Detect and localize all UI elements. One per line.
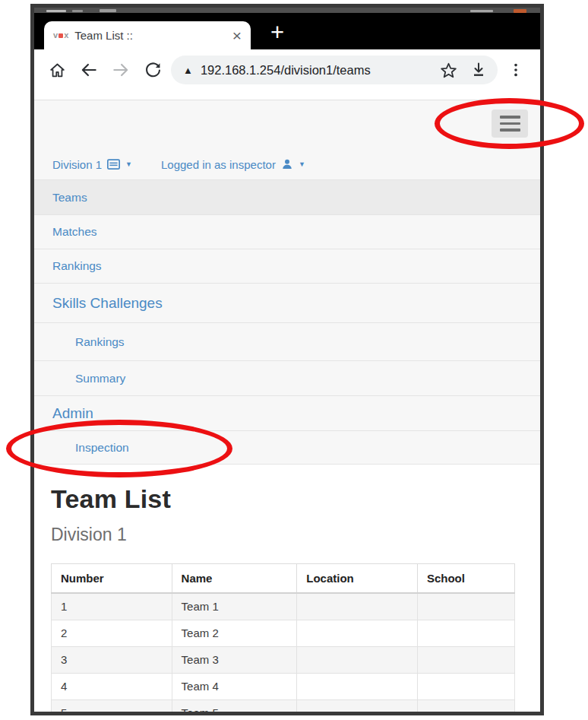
table-row: 3 Team 3	[52, 646, 515, 673]
cell-location	[297, 593, 418, 620]
favicon-red-dot	[58, 33, 63, 38]
cell-number: 4	[52, 673, 172, 699]
favicon-letter: x	[64, 31, 68, 40]
status-time-fragment	[72, 10, 83, 12]
nav-label: Rankings	[52, 259, 102, 273]
browser-toolbar: ▲ 192.168.1.254/division1/teams	[34, 49, 540, 90]
cell-name: Team 2	[172, 620, 297, 646]
page-subtitle: Division 1	[51, 525, 515, 545]
table-row: 5 Team 5	[52, 699, 515, 712]
nav-item-admin[interactable]: Admin	[34, 395, 540, 430]
forward-button[interactable]	[106, 55, 136, 85]
page-title: Team List	[51, 484, 515, 514]
reload-icon	[144, 61, 163, 80]
column-header-number: Number	[52, 564, 172, 594]
cell-location	[297, 646, 418, 673]
status-signal-fragment	[470, 10, 493, 12]
hamburger-bar	[500, 122, 520, 125]
cell-school	[417, 593, 514, 620]
cell-location	[297, 699, 418, 712]
tab-title: Team List ::	[74, 29, 224, 42]
url-text[interactable]: 192.168.1.254/division1/teams	[201, 63, 429, 78]
cell-number: 1	[52, 593, 172, 620]
not-secure-warning-icon: ▲	[183, 65, 193, 76]
table-row: 4 Team 4	[52, 673, 515, 699]
nav-label: Admin	[52, 405, 93, 422]
nav-label: Skills Challenges	[52, 295, 163, 312]
tab-team-list[interactable]: v x Team List :: ×	[44, 21, 251, 49]
nav-item-teams[interactable]: Teams	[34, 179, 540, 214]
cell-number: 3	[52, 646, 172, 673]
url-bar[interactable]: ▲ 192.168.1.254/division1/teams	[171, 56, 498, 84]
cell-number: 2	[52, 620, 172, 646]
user-dropdown[interactable]: Logged in as inspector ▼	[161, 158, 305, 171]
reload-button[interactable]	[138, 55, 168, 85]
android-status-bar	[34, 8, 540, 13]
status-time-fragment	[46, 10, 66, 12]
page-top-gap	[34, 90, 540, 100]
new-tab-button[interactable]: +	[270, 21, 284, 44]
tab-close-icon[interactable]: ×	[231, 27, 243, 43]
site-navigation: Division 1 ▼ Logged in as inspector ▼	[34, 100, 540, 465]
cell-name: Team 5	[172, 699, 297, 712]
user-icon	[281, 158, 293, 170]
division-dropdown[interactable]: Division 1 ▼	[52, 158, 132, 171]
hamburger-menu-button[interactable]	[492, 109, 528, 138]
forward-arrow-icon	[111, 60, 131, 80]
cell-location	[297, 620, 418, 646]
status-notification-icon	[100, 9, 116, 12]
three-dots-icon	[507, 62, 524, 78]
hamburger-bar	[500, 128, 520, 132]
nav-item-skills-summary[interactable]: Summary	[34, 360, 540, 395]
column-header-school: School	[417, 564, 514, 594]
chevron-down-icon: ▼	[125, 160, 132, 168]
chevron-down-icon: ▼	[299, 160, 305, 168]
cell-name: Team 3	[172, 646, 297, 673]
back-button[interactable]	[74, 55, 104, 85]
home-button[interactable]	[42, 55, 72, 85]
favicon-letter: v	[53, 31, 58, 40]
nav-item-skills-rankings[interactable]: Rankings	[34, 322, 540, 360]
table-header-row: Number Name Location School	[52, 564, 515, 594]
nav-label: Inspection	[75, 441, 129, 455]
cell-name: Team 4	[172, 673, 297, 699]
division-label: Division 1	[52, 158, 102, 171]
cell-school	[417, 646, 514, 673]
menu-bar	[34, 100, 540, 149]
bookmark-button[interactable]	[437, 59, 460, 81]
home-icon	[48, 61, 67, 80]
screenshot-canvas: v x Team List :: × +	[0, 0, 588, 720]
nav-item-rankings[interactable]: Rankings	[34, 249, 540, 283]
nav-label: Teams	[52, 191, 87, 205]
nav-label: Summary	[75, 372, 125, 385]
table-row: 2 Team 2	[52, 620, 515, 646]
context-row: Division 1 ▼ Logged in as inspector ▼	[34, 149, 540, 179]
hamburger-bar	[500, 116, 520, 119]
browser-menu-button[interactable]	[501, 55, 531, 85]
nav-item-skills-challenges[interactable]: Skills Challenges	[34, 283, 540, 322]
tab-strip: v x Team List :: × +	[34, 13, 540, 49]
main-content: Team List Division 1 Number Name Locatio…	[34, 465, 540, 712]
download-icon	[469, 61, 488, 79]
cell-school	[417, 699, 514, 712]
browser-window: v x Team List :: × +	[30, 4, 544, 715]
cell-location	[297, 673, 418, 699]
column-header-name: Name	[172, 564, 297, 594]
cell-name: Team 1	[172, 593, 297, 620]
star-icon	[439, 61, 458, 80]
nav-item-inspection[interactable]: Inspection	[34, 430, 540, 465]
cell-number: 5	[52, 699, 172, 712]
status-battery-icon	[514, 9, 526, 13]
cell-school	[417, 620, 514, 646]
nav-item-matches[interactable]: Matches	[34, 214, 540, 249]
table-row: 1 Team 1	[52, 593, 515, 620]
nav-label: Rankings	[75, 335, 125, 349]
vex-favicon-icon: v x	[53, 31, 68, 40]
nav-label: Matches	[52, 225, 97, 239]
back-arrow-icon	[79, 60, 99, 80]
display-list-icon	[107, 159, 120, 170]
column-header-location: Location	[297, 564, 418, 594]
logged-in-label: Logged in as inspector	[161, 158, 276, 171]
download-button[interactable]	[467, 59, 490, 81]
team-list-table: Number Name Location School 1 Team 1 2	[51, 563, 515, 712]
